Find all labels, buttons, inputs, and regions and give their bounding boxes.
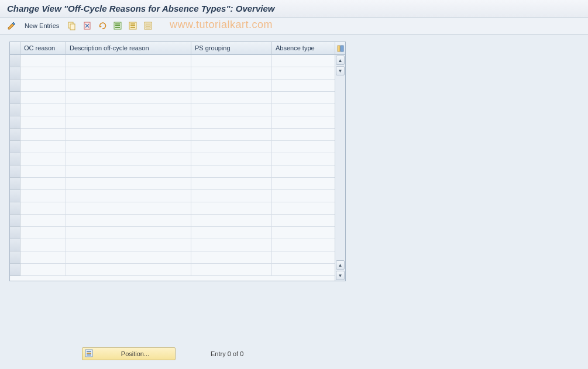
table-cell[interactable]: [66, 227, 191, 239]
table-cell[interactable]: [191, 215, 272, 227]
table-cell[interactable]: [66, 129, 191, 141]
table-cell[interactable]: [191, 264, 272, 276]
table-cell[interactable]: [20, 239, 66, 251]
table-cell[interactable]: [66, 104, 191, 116]
row-selector[interactable]: [10, 190, 20, 202]
table-cell[interactable]: [272, 227, 335, 239]
table-cell[interactable]: [272, 67, 335, 80]
table-cell[interactable]: [272, 165, 335, 178]
row-selector[interactable]: [10, 202, 20, 215]
table-cell[interactable]: [20, 251, 66, 264]
table-cell[interactable]: [191, 80, 272, 92]
table-cell[interactable]: [272, 153, 335, 165]
row-selector[interactable]: [10, 55, 20, 67]
row-selector[interactable]: [10, 129, 20, 141]
table-cell[interactable]: [191, 227, 272, 239]
table-cell[interactable]: [20, 227, 66, 239]
table-cell[interactable]: [272, 178, 335, 190]
table-cell[interactable]: [272, 141, 335, 153]
table-cell[interactable]: [20, 165, 66, 178]
new-entries-button[interactable]: New Entries: [21, 21, 63, 30]
table-cell[interactable]: [20, 67, 66, 80]
table-cell[interactable]: [66, 215, 191, 227]
row-selector[interactable]: [10, 165, 20, 178]
table-cell[interactable]: [272, 80, 335, 92]
table-cell[interactable]: [66, 165, 191, 178]
row-selector[interactable]: [10, 67, 20, 80]
table-cell[interactable]: [272, 239, 335, 251]
copy-as-icon[interactable]: [66, 20, 78, 32]
table-cell[interactable]: [191, 153, 272, 165]
table-cell[interactable]: [272, 190, 335, 202]
table-cell[interactable]: [272, 264, 335, 276]
table-cell[interactable]: [191, 104, 272, 116]
scroll-up-button[interactable]: ▲: [336, 56, 345, 65]
row-selector[interactable]: [10, 264, 20, 276]
table-cell[interactable]: [191, 239, 272, 251]
table-cell[interactable]: [20, 178, 66, 190]
table-cell[interactable]: [191, 92, 272, 104]
table-cell[interactable]: [20, 215, 66, 227]
row-selector[interactable]: [10, 92, 20, 104]
table-cell[interactable]: [191, 116, 272, 129]
row-selector[interactable]: [10, 215, 20, 227]
table-cell[interactable]: [20, 129, 66, 141]
table-cell[interactable]: [272, 202, 335, 215]
row-selector[interactable]: [10, 80, 20, 92]
table-cell[interactable]: [66, 251, 191, 264]
table-cell[interactable]: [66, 239, 191, 251]
select-all-icon[interactable]: [112, 20, 123, 32]
column-header-ps-grouping[interactable]: PS grouping: [191, 42, 272, 55]
table-cell[interactable]: [20, 55, 66, 67]
table-cell[interactable]: [272, 129, 335, 141]
row-selector[interactable]: [10, 141, 20, 153]
table-cell[interactable]: [66, 67, 191, 80]
table-cell[interactable]: [191, 165, 272, 178]
table-cell[interactable]: [272, 92, 335, 104]
table-cell[interactable]: [66, 190, 191, 202]
table-cell[interactable]: [66, 92, 191, 104]
table-cell[interactable]: [66, 80, 191, 92]
table-cell[interactable]: [66, 202, 191, 215]
table-cell[interactable]: [272, 251, 335, 264]
scroll-down-page-button[interactable]: ▲: [336, 260, 345, 270]
row-selector[interactable]: [10, 104, 20, 116]
table-cell[interactable]: [191, 141, 272, 153]
column-header-absence-type[interactable]: Absence type: [272, 42, 335, 55]
table-cell[interactable]: [20, 104, 66, 116]
table-cell[interactable]: [191, 202, 272, 215]
table-cell[interactable]: [191, 190, 272, 202]
table-cell[interactable]: [191, 178, 272, 190]
table-cell[interactable]: [20, 116, 66, 129]
table-cell[interactable]: [272, 104, 335, 116]
scroll-up-page-button[interactable]: ▼: [336, 66, 345, 75]
table-cell[interactable]: [191, 67, 272, 80]
scroll-down-button[interactable]: ▼: [336, 271, 345, 280]
column-header-description[interactable]: Description off-cycle reason: [66, 42, 191, 55]
table-cell[interactable]: [191, 129, 272, 141]
table-cell[interactable]: [66, 55, 191, 67]
row-selector[interactable]: [10, 116, 20, 129]
row-selector[interactable]: [10, 239, 20, 251]
table-cell[interactable]: [20, 92, 66, 104]
table-settings-icon[interactable]: [335, 42, 345, 55]
table-cell[interactable]: [66, 153, 191, 165]
select-block-icon[interactable]: [127, 20, 139, 32]
column-header-oc-reason[interactable]: OC reason: [20, 42, 66, 55]
table-cell[interactable]: [66, 264, 191, 276]
deselect-all-icon[interactable]: [142, 20, 154, 32]
table-cell[interactable]: [272, 116, 335, 129]
toggle-display-change-icon[interactable]: [6, 20, 18, 32]
scroll-track[interactable]: [335, 76, 345, 260]
table-cell[interactable]: [20, 153, 66, 165]
row-selector[interactable]: [10, 227, 20, 239]
table-cell[interactable]: [20, 80, 66, 92]
table-cell[interactable]: [20, 264, 66, 276]
undo-change-icon[interactable]: [97, 20, 108, 32]
table-cell[interactable]: [20, 202, 66, 215]
table-cell[interactable]: [191, 251, 272, 264]
table-cell[interactable]: [272, 215, 335, 227]
table-cell[interactable]: [20, 190, 66, 202]
table-cell[interactable]: [66, 116, 191, 129]
position-button[interactable]: Position...: [82, 347, 176, 360]
